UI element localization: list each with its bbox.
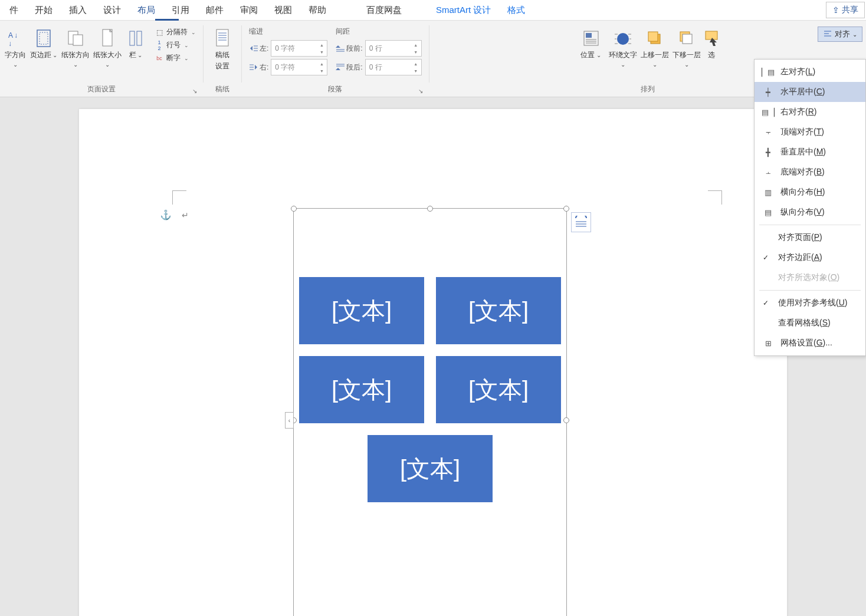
svg-text:↓: ↓ [8, 39, 12, 47]
group-label-paper: 稿纸 [207, 82, 238, 97]
resize-handle[interactable] [291, 206, 297, 212]
indent-right-input[interactable]: 0 字符▲▼ [271, 59, 327, 75]
paragraph-launcher[interactable]: ↘ [418, 88, 423, 94]
tab-mail[interactable]: 邮件 [198, 0, 232, 21]
tab-format[interactable]: 格式 [499, 0, 533, 21]
columns-button[interactable]: 栏 [124, 25, 147, 62]
page-size-icon [97, 28, 117, 49]
smartart-text-pane-toggle[interactable]: ‹ [285, 412, 294, 429]
align-selected-item: 对齐所选对象(O) [755, 268, 865, 288]
line-numbers-button[interactable]: 12行号⌄ [153, 39, 197, 51]
group-label-page-setup: 页面设置↘ [4, 82, 199, 97]
tab-review[interactable]: 审阅 [232, 0, 266, 21]
send-backward-button[interactable]: 下移一层 [671, 25, 702, 71]
send-backward-label: 下移一层 [673, 50, 701, 68]
svg-rect-37 [648, 32, 658, 41]
align-top-item[interactable]: ⫟顶端对齐(T) [755, 122, 865, 142]
group-label-paragraph: 段落↘ [245, 82, 425, 97]
resize-handle[interactable] [563, 417, 569, 423]
use-alignment-guides-item[interactable]: ✓使用对齐参考线(U) [755, 293, 865, 313]
indent-left-input[interactable]: 0 字符▲▼ [271, 40, 327, 57]
svg-rect-8 [130, 31, 135, 45]
orientation-button[interactable]: 纸张方向 [60, 25, 91, 71]
view-gridlines-item[interactable]: 查看网格线(S) [755, 313, 865, 333]
align-bottom-item[interactable]: ⫠底端对齐(B) [755, 162, 865, 182]
align-button[interactable]: 对齐⌄ [818, 27, 862, 42]
space-before-input[interactable]: 0 行▲▼ [365, 40, 422, 57]
indent-left-icon: 左: [249, 44, 268, 54]
smartart-selection[interactable]: ‹ [文本] [文本] [文本] [文本] [文本] [293, 208, 567, 616]
tab-insert[interactable]: 插入 [61, 0, 95, 21]
tab-layout[interactable]: 布局 [129, 0, 163, 21]
ribbon-tabs: 件 开始 插入 设计 布局 引用 邮件 审阅 视图 帮助 百度网盘 SmartA… [0, 0, 866, 21]
breaks-icon: ⬚ [155, 28, 164, 37]
distribute-vertical-item[interactable]: ▤纵向分布(V) [755, 202, 865, 222]
columns-icon [126, 28, 146, 49]
page-size-button[interactable]: 纸张大小 [92, 25, 123, 71]
space-after-input[interactable]: 0 行▲▼ [365, 59, 422, 75]
align-center-item[interactable]: ┿水平居中(C) [755, 82, 865, 102]
smartart-shape[interactable]: [文本] [299, 356, 424, 423]
position-label: 位置 [580, 50, 601, 60]
align-middle-icon: ╋ [763, 147, 773, 157]
wrap-text-icon [613, 28, 633, 49]
paragraph-mark: ↵ [182, 210, 189, 220]
align-left-icon: ▏▤ [763, 67, 773, 77]
align-middle-item[interactable]: ╋垂直居中(M) [755, 142, 865, 162]
svg-rect-39 [683, 34, 692, 44]
grid-settings-icon: ⊞ [763, 338, 773, 348]
breaks-button[interactable]: ⬚分隔符⌄ [153, 27, 197, 38]
distribute-horizontal-item[interactable]: ▥横向分布(H) [755, 182, 865, 202]
margins-label: 页边距 [30, 50, 58, 60]
align-right-item[interactable]: ▤▕右对齐(R) [755, 102, 865, 122]
tab-help[interactable]: 帮助 [300, 0, 334, 21]
check-icon: ✓ [763, 299, 771, 307]
indent-right-icon: 右: [249, 62, 268, 73]
align-left-item[interactable]: ▏▤左对齐(L) [755, 62, 865, 82]
page[interactable]: ⚓ ↵ ‹ [文本] [文本] [文本] [文本] [79, 109, 787, 616]
smartart-shape[interactable]: [文本] [436, 356, 561, 423]
align-to-page-item[interactable]: 对齐页面(P) [755, 228, 865, 248]
tab-home[interactable]: 开始 [27, 0, 61, 21]
position-button[interactable]: 位置 [576, 25, 606, 62]
wrap-text-button[interactable]: 环绕文字 [608, 25, 638, 71]
spacing-heading: 间距 [336, 27, 421, 39]
text-direction-icon: A↓↓ [5, 28, 25, 49]
tab-view[interactable]: 视图 [266, 0, 300, 21]
share-button[interactable]: 共享 [826, 2, 865, 18]
check-icon: ✓ [763, 253, 771, 262]
smartart-shape[interactable]: [文本] [299, 277, 424, 344]
page-setup-launcher[interactable]: ↘ [192, 88, 197, 94]
smartart-shape[interactable]: [文本] [436, 277, 561, 344]
ribbon: A↓↓ 字方向 页边距 纸张方向 纸张大小 栏 ⬚分隔符⌄ 12行号⌄ [0, 21, 866, 97]
selection-pane-button[interactable]: 选 [703, 25, 720, 62]
send-backward-icon [677, 28, 697, 49]
paper-settings-button[interactable]: 稿纸 设置 [207, 25, 238, 74]
tab-baidupan[interactable]: 百度网盘 [358, 0, 410, 21]
tab-design[interactable]: 设计 [95, 0, 129, 21]
resize-handle[interactable] [427, 206, 433, 212]
distribute-vertical-icon: ▤ [763, 207, 773, 218]
hyphenation-button[interactable]: bc断字⌄ [153, 52, 197, 64]
resize-handle[interactable] [563, 206, 569, 212]
bring-forward-button[interactable]: 上移一层 [639, 25, 670, 71]
tab-file-partial[interactable]: 件 [1, 0, 27, 21]
align-to-margin-item[interactable]: ✓对齐边距(A) [755, 248, 865, 268]
indent-heading: 缩进 [249, 27, 327, 39]
smartart-shape[interactable]: [文本] [368, 435, 493, 502]
bring-forward-label: 上移一层 [641, 50, 669, 68]
margins-button[interactable]: 页边距 [28, 25, 59, 62]
layout-options-button[interactable] [571, 212, 591, 232]
tab-references[interactable]: 引用 [163, 0, 198, 21]
anchor-icon: ⚓ [160, 209, 172, 220]
grid-settings-item[interactable]: ⊞网格设置(G)... [755, 333, 865, 353]
tab-smartart-design[interactable]: SmartArt 设计 [428, 0, 499, 21]
align-bottom-icon: ⫠ [763, 167, 773, 177]
margins-icon [34, 28, 54, 49]
space-after-icon: 段后: [336, 62, 362, 73]
smartart-content: [文本] [文本] [文本] [文本] [文本] [300, 277, 560, 502]
group-paragraph: 缩进 左: 0 字符▲▼ 右: 0 字符▲▼ 间距 段前: [242, 21, 429, 97]
text-direction-button[interactable]: A↓↓ 字方向 [4, 25, 27, 71]
align-center-icon: ┿ [763, 87, 773, 97]
svg-rect-26 [586, 33, 592, 38]
